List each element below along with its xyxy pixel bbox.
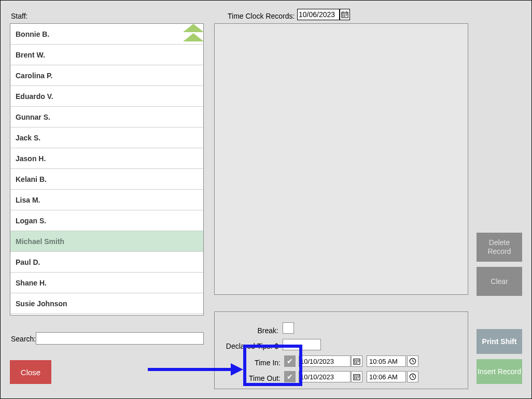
scroll-up-arrows[interactable] [183,24,204,42]
time-in-date[interactable] [299,355,351,367]
print-shift-button[interactable]: Print Shift [477,329,522,354]
svg-rect-6 [344,15,345,16]
time-in-label: Time In: [234,359,281,367]
svg-rect-25 [355,378,356,379]
time-out-time[interactable] [367,371,406,382]
svg-rect-7 [346,15,347,16]
scroll-up-icon [183,33,204,41]
time-out-checkbox[interactable]: ✔ [284,371,296,382]
time-in-checkbox[interactable]: ✔ [284,355,296,367]
svg-line-29 [413,377,414,378]
clock-icon[interactable] [407,371,418,382]
staff-row[interactable]: Logan S. [10,210,203,231]
insert-record-button[interactable]: Insert Record [477,359,522,384]
svg-rect-16 [356,363,357,364]
declared-tips-label: Declared Tips: $ [215,342,278,350]
time-out-label: Time Out: [234,374,281,382]
close-button[interactable]: Close [10,360,51,384]
staff-row[interactable]: Gunnar S. [10,107,203,127]
break-checkbox[interactable] [283,322,294,334]
clock-icon[interactable] [407,355,418,367]
calendar-icon[interactable] [351,355,362,367]
staff-row[interactable]: Shane H. [10,273,203,293]
staff-row-selected[interactable]: Michael Smith [10,231,203,252]
svg-rect-5 [343,15,344,16]
check-icon: ✔ [287,373,293,381]
svg-rect-13 [356,361,357,362]
check-icon: ✔ [287,357,293,365]
staff-row[interactable]: Kelani B. [10,169,203,190]
svg-rect-23 [356,377,357,378]
time-clock-records-label: Time Clock Records: [228,12,295,20]
staff-label: Staff: [11,12,27,20]
staff-list[interactable]: Bonnie B. Brent W. Carolina P. Eduardo V… [10,23,204,316]
svg-rect-15 [355,363,356,364]
staff-row[interactable]: Jason H. [10,148,203,169]
svg-rect-8 [343,16,344,17]
svg-rect-26 [356,378,357,379]
staff-row[interactable]: Brent W. [10,45,203,65]
staff-row[interactable]: Susie Johnson [10,293,203,314]
svg-rect-12 [355,361,356,362]
records-list[interactable] [214,23,468,295]
time-clock-records-date[interactable] [297,9,340,20]
svg-rect-9 [344,16,345,17]
staff-row[interactable]: Jack S. [10,127,203,148]
svg-line-19 [413,361,414,362]
staff-row[interactable]: Carolina P. [10,65,203,86]
staff-row[interactable]: Eduardo V. [10,86,203,107]
scroll-up-icon [183,24,204,32]
clear-button[interactable]: Clear [477,267,522,296]
delete-record-button[interactable]: Delete Record [477,233,522,262]
svg-rect-22 [355,377,356,378]
calendar-icon[interactable] [351,371,362,382]
calendar-icon[interactable] [340,9,350,20]
time-in-time[interactable] [367,355,406,367]
break-label: Break: [247,326,278,335]
time-out-date[interactable] [299,371,351,382]
svg-rect-14 [358,361,359,362]
declared-tips-input[interactable] [283,339,321,350]
search-label: Search: [11,335,36,343]
staff-row[interactable]: Lisa M. [10,190,203,210]
svg-rect-24 [358,377,359,378]
staff-row[interactable]: Bonnie B. [10,24,203,45]
search-input[interactable] [36,332,204,345]
staff-row[interactable]: Paul D. [10,252,203,273]
